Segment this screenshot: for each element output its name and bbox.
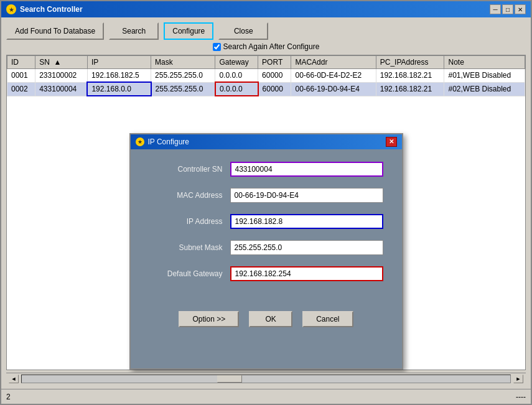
- subnet-mask-label: Subnet Mask: [149, 243, 230, 252]
- modal-title-text: IP Configure: [148, 137, 190, 146]
- modal-close-button[interactable]: ✕: [386, 137, 397, 147]
- status-corner: ----: [516, 393, 526, 401]
- default-gateway-label: Default Gateway: [149, 269, 230, 278]
- content-area: ID SN ▲ IP Mask Gateway PORT MACAddr PC_…: [6, 55, 526, 373]
- ok-button[interactable]: OK: [249, 311, 292, 327]
- ip-address-label: IP Address: [149, 217, 230, 226]
- modal-title-bar: ★ IP Configure ✕: [131, 134, 402, 149]
- restore-button[interactable]: □: [502, 4, 513, 14]
- close-button[interactable]: Close: [218, 22, 268, 40]
- option-button[interactable]: Option >>: [179, 311, 239, 327]
- search-again-label: Search Again After Configure: [223, 42, 320, 51]
- scrollbar-thumb[interactable]: [217, 375, 242, 383]
- main-window: ★ Search Controller ─ □ ✕ Add Found To D…: [0, 0, 532, 405]
- search-again-checkbox[interactable]: [213, 43, 221, 51]
- ip-address-input[interactable]: [230, 214, 383, 229]
- scroll-right-button[interactable]: ►: [513, 375, 523, 383]
- controller-sn-row: Controller SN: [149, 162, 383, 177]
- modal-title-left: ★ IP Configure: [136, 137, 190, 146]
- title-controls: ─ □ ✕: [490, 4, 526, 14]
- mac-address-input[interactable]: [230, 188, 383, 203]
- modal-body: Controller SN MAC Address IP Address: [131, 149, 402, 305]
- add-found-button[interactable]: Add Found To Database: [6, 22, 104, 40]
- title-bar: ★ Search Controller ─ □ ✕: [1, 1, 531, 17]
- window-body: Add Found To Database Search Configure C…: [1, 17, 531, 389]
- ip-address-row: IP Address: [149, 214, 383, 229]
- controller-sn-label: Controller SN: [149, 165, 230, 174]
- window-icon: ★: [6, 4, 16, 14]
- status-text: 2: [6, 393, 11, 401]
- search-again-row: Search Again After Configure: [6, 42, 526, 51]
- controller-sn-input[interactable]: [230, 162, 383, 177]
- close-window-button[interactable]: ✕: [515, 4, 526, 14]
- horizontal-scrollbar[interactable]: ◄ ►: [6, 373, 526, 384]
- minimize-button[interactable]: ─: [490, 4, 501, 14]
- title-bar-left: ★ Search Controller: [6, 4, 83, 14]
- toolbar: Add Found To Database Search Configure C…: [6, 22, 526, 40]
- mac-address-row: MAC Address: [149, 188, 383, 203]
- window-title: Search Controller: [20, 5, 83, 14]
- modal-overlay: ★ IP Configure ✕ Controller SN MAC Addre…: [6, 55, 526, 373]
- cancel-button[interactable]: Cancel: [302, 311, 353, 327]
- ip-configure-dialog: ★ IP Configure ✕ Controller SN MAC Addre…: [129, 133, 403, 370]
- configure-button[interactable]: Configure: [164, 22, 213, 40]
- mac-address-label: MAC Address: [149, 191, 230, 200]
- default-gateway-input[interactable]: [230, 266, 383, 281]
- scrollbar-track[interactable]: [21, 375, 511, 383]
- status-bar: 2 ----: [1, 389, 531, 404]
- modal-icon: ★: [136, 137, 144, 146]
- subnet-mask-input[interactable]: [230, 240, 383, 255]
- search-button[interactable]: Search: [109, 22, 159, 40]
- scroll-left-button[interactable]: ◄: [9, 375, 19, 383]
- default-gateway-row: Default Gateway: [149, 266, 383, 281]
- subnet-mask-row: Subnet Mask: [149, 240, 383, 255]
- modal-buttons: Option >> OK Cancel: [131, 305, 402, 340]
